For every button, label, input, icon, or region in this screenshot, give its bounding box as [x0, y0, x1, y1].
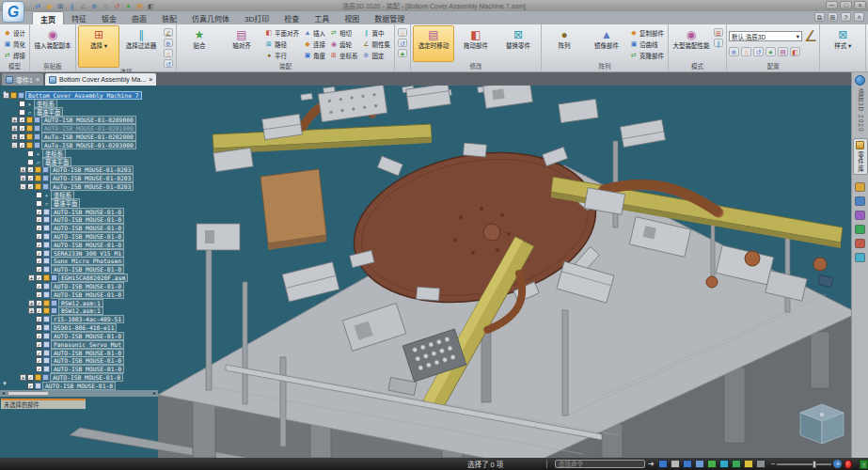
close-tab-icon[interactable]: ×	[149, 76, 152, 83]
folder-green-icon[interactable]	[732, 460, 741, 468]
undo-icon[interactable]: ⊕	[90, 2, 99, 10]
ribbon-tab-曲面[interactable]: 曲面	[124, 11, 154, 24]
zoom-window-icon[interactable]	[683, 460, 692, 468]
document-tab[interactable]: 零件1×	[2, 73, 43, 86]
window-icon[interactable]: ⧉	[814, 12, 825, 22]
tree-checkbox[interactable]: ✓	[36, 283, 42, 290]
tree-checkbox[interactable]: ✓	[36, 242, 42, 248]
tree-expand-icon[interactable]: +	[11, 133, 18, 140]
button-设计[interactable]: ◆设计	[2, 27, 27, 38]
tree-item[interactable]: +✓AUTO-ISB MOUSE-01-0	[0, 208, 158, 216]
update-icon[interactable]: ↑	[860, 460, 868, 469]
tree-checkbox[interactable]: ✓	[36, 291, 42, 298]
gstar-logo-icon[interactable]	[855, 75, 865, 86]
save-all-icon[interactable]: ∥	[68, 2, 76, 10]
print-icon[interactable]: ∠	[79, 2, 87, 10]
tree-checkbox[interactable]: ✓	[36, 366, 42, 372]
tree-item[interactable]: +▱基准平面	[0, 199, 158, 208]
redo-icon[interactable]: ⌂	[102, 2, 110, 10]
layout-icon[interactable]: ⊞	[828, 12, 838, 22]
tree-checkbox[interactable]: ✓	[36, 357, 42, 364]
ribbon-tab-视图[interactable]: 视图	[337, 11, 367, 24]
hscroll-thumb[interactable]	[8, 391, 49, 396]
app-logo-icon[interactable]: G	[2, 1, 24, 23]
tree-checkbox[interactable]: ✓	[36, 266, 42, 273]
tree-item[interactable]: +✓AUTO-ISB MOUSE-01-0	[0, 373, 158, 382]
tree-item[interactable]: +✓BSW12.asm:1	[0, 307, 158, 316]
tree-checkbox[interactable]: ✓	[36, 216, 42, 223]
tree-checkbox[interactable]: ✓	[36, 258, 42, 264]
tree-checkbox[interactable]	[19, 101, 25, 107]
tree-item[interactable]: +✓AUTO-ISB MOUSE-01-0	[0, 332, 158, 340]
nav-cube[interactable]	[800, 404, 844, 444]
open-file-icon[interactable]: ◉	[45, 2, 54, 10]
tree-scroll-down-icon[interactable]: ▼	[2, 381, 8, 386]
magnifier-icon[interactable]	[671, 460, 680, 468]
select-set-icon[interactable]: ★	[124, 2, 133, 10]
tree-item[interactable]: +✓AUTO-ISB MOUSE-01-0	[0, 357, 158, 366]
ribbon-tab-仿真几何体[interactable]: 仿真几何体	[184, 11, 237, 24]
minimize-button[interactable]: ─	[826, 1, 838, 9]
tree-checkbox[interactable]: ✓	[19, 117, 25, 123]
display-gray-icon[interactable]	[756, 460, 765, 468]
tree-checkbox[interactable]: ✓	[27, 166, 34, 173]
ribbon-tab-钣金[interactable]: 钣金	[94, 11, 124, 24]
zoom-slider-thumb[interactable]	[813, 461, 816, 468]
button-置中[interactable]: ∥置中	[361, 27, 393, 38]
button-简化[interactable]: ▣简化	[2, 39, 27, 49]
button-插入装配副本[interactable]: ◉插入装配副本	[32, 25, 73, 62]
button-样式[interactable]: ⊠样式 ▾	[822, 25, 863, 62]
button-选择过滤器[interactable]: ∥选择过滤器	[120, 25, 162, 68]
tree-checkbox[interactable]: ✓	[19, 125, 25, 132]
button-阵列[interactable]: ●阵列	[544, 25, 585, 62]
list-view-icon[interactable]: ▤	[135, 2, 144, 10]
button-复制部件[interactable]: ◆复制部件	[628, 27, 666, 38]
parts-library-tab[interactable]: 零件库	[853, 138, 868, 176]
tree-checkbox[interactable]: ✓	[36, 307, 42, 314]
render-icon[interactable]	[855, 211, 865, 220]
zoom-fit-icon[interactable]	[695, 460, 704, 468]
tree-checkbox[interactable]: ✓	[27, 374, 34, 381]
button-沿曲线[interactable]: ▣沿曲线	[628, 39, 666, 49]
grid-display-icon[interactable]	[855, 253, 865, 262]
tree-item[interactable]: +⌖坐标系	[0, 100, 158, 108]
window-icon[interactable]	[855, 196, 865, 206]
tree-checkbox[interactable]: ✓	[36, 225, 42, 231]
tree-item[interactable]: +✓SERA233N_300 V15 M1	[0, 249, 158, 258]
ribbon-tab-3D打印[interactable]: 3D打印	[237, 11, 276, 24]
unselected-parts-bar[interactable]: 未选择的部件	[1, 399, 86, 409]
button-路径[interactable]: ⊠路径	[263, 39, 301, 49]
button-坐标系[interactable]: ⊞坐标系	[328, 50, 360, 60]
tree-item[interactable]: +✓RSW12.asm:1	[0, 299, 158, 307]
tree-item[interactable]: +⌖坐标系	[0, 149, 158, 158]
new-file-icon[interactable]: ⇄	[34, 2, 42, 10]
tree-checkbox[interactable]	[36, 192, 42, 198]
button-插入[interactable]: ▲插入	[302, 27, 327, 38]
button-轴对齐[interactable]: ▤轴对齐	[221, 25, 262, 62]
tree-item[interactable]: +✓AUTO-ISB MOUSE-01-0	[0, 382, 158, 390]
material-icon[interactable]	[855, 239, 865, 248]
search-go-icon[interactable]: ➜	[648, 460, 655, 468]
button-相切[interactable]: ⇄相切	[328, 27, 360, 38]
zoom-in-icon[interactable]: +	[833, 460, 842, 468]
tree-expand-icon[interactable]: +	[11, 117, 18, 123]
tree-item[interactable]: +✓AUTO-ISB MOUSE-01-0	[0, 215, 158, 224]
tree-checkbox[interactable]: ✓	[36, 324, 42, 331]
button-拖动部件[interactable]: ◧拖动部件	[455, 25, 497, 62]
button-镜像部件[interactable]: ▲镜像部件	[586, 25, 627, 62]
tree-item[interactable]: +✓AUTO-ISB MOUSE-01-0	[0, 349, 158, 357]
color-manager-icon[interactable]: ↺	[113, 2, 121, 10]
save-icon[interactable]: ⊞	[56, 2, 65, 10]
tree-checkbox[interactable]: ✓	[36, 350, 42, 356]
tree-item[interactable]: +✓AUTO-ISB MOUSE-01-0	[0, 265, 158, 274]
orbit-cyan-icon[interactable]	[719, 460, 729, 468]
button-角度[interactable]: ▣角度	[302, 50, 327, 60]
tree-checkbox[interactable]: ✓	[36, 209, 42, 215]
image-icon[interactable]	[855, 225, 865, 234]
tree-expand-icon[interactable]: +	[20, 166, 26, 173]
tree-checkbox[interactable]: ✓	[19, 142, 25, 149]
button-替换零件[interactable]: ⊠替换零件	[497, 25, 539, 62]
help-icon[interactable]: ?	[841, 12, 851, 22]
button-选择[interactable]: ⊞选择 ▾	[78, 25, 119, 68]
tree-item[interactable]: +✓EGH15CA882020F.asm	[0, 274, 158, 282]
